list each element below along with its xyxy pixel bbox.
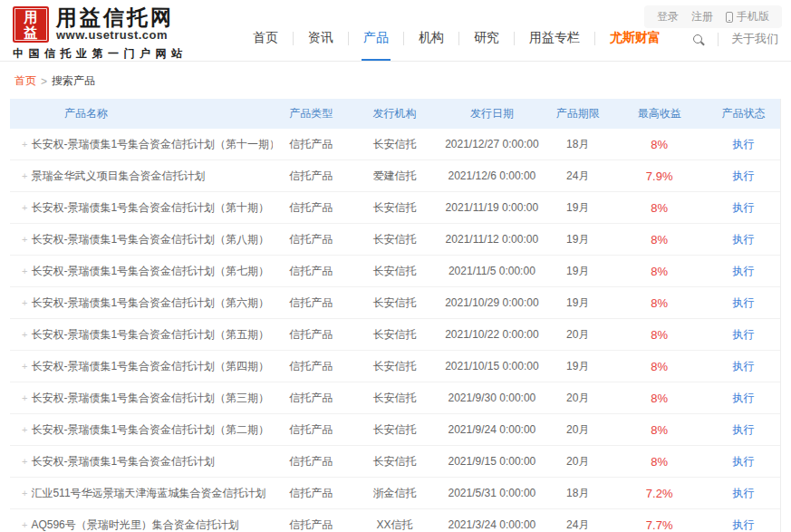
search-icon[interactable]: [690, 19, 706, 61]
max-yield-cell: 8%: [612, 360, 707, 373]
term-cell: 20月: [544, 391, 612, 406]
status-link[interactable]: 执行: [733, 518, 755, 531]
issue-date-cell: 2021/10/15 0:00:00: [439, 360, 544, 372]
bullet-icon: +: [22, 488, 27, 498]
max-yield-cell: 8%: [612, 265, 707, 278]
status-link[interactable]: 执行: [733, 360, 755, 372]
issue-date-cell: 2021/10/29 0:00:00: [439, 296, 544, 309]
product-name-link[interactable]: 长安权-景瑞债集1号集合资金信托计划（第八期）: [31, 232, 269, 247]
bullet-icon: +: [22, 456, 27, 467]
issue-date-cell: 2021/12/27 0:00:00: [439, 138, 544, 150]
table-header-row: 产品名称 产品类型 发行机构 发行日期 产品期限 最高收益 产品状态: [10, 99, 780, 129]
bullet-icon: +: [22, 297, 27, 308]
product-name-link[interactable]: 长安权-景瑞债集1号集合资金信托计划: [31, 454, 215, 469]
product-type-cell: 信托产品: [273, 327, 350, 343]
product-type-cell: 信托产品: [273, 264, 350, 279]
status-cell: 执行: [707, 200, 780, 216]
bullet-icon: +: [22, 170, 27, 181]
max-yield-cell: 8%: [612, 201, 707, 215]
product-name-cell: + 长安权-景瑞债集1号集合资金信托计划（第七期）: [10, 264, 273, 279]
term-cell: 19月: [544, 359, 612, 374]
table-header-cell: 产品类型: [273, 106, 350, 121]
bullet-icon: +: [22, 266, 27, 276]
product-type-cell: 信托产品: [273, 169, 350, 184]
issuer-cell: 长安信托: [350, 232, 440, 247]
issue-date-cell: 2021/5/31 0:00:00: [439, 487, 544, 499]
table-row: + 长安权-景瑞债集1号集合资金信托计划（第六期） 信托产品 长安信托 2021…: [10, 287, 780, 319]
term-cell: 19月: [544, 200, 612, 216]
nav-item[interactable]: 产品: [362, 19, 391, 61]
status-cell: 执行: [707, 264, 780, 279]
status-link[interactable]: 执行: [733, 296, 755, 309]
status-link[interactable]: 执行: [733, 201, 755, 214]
issuer-cell: 长安信托: [350, 391, 440, 406]
nav-item[interactable]: 首页: [251, 19, 280, 61]
term-cell: 18月: [544, 137, 612, 152]
table-header-cell: 产品期限: [544, 106, 612, 121]
table-header-cell: 最高收益: [612, 106, 707, 121]
status-link[interactable]: 执行: [733, 265, 755, 277]
product-type-cell: 信托产品: [273, 295, 350, 311]
term-cell: 19月: [544, 264, 612, 279]
product-name-link[interactable]: 长安权-景瑞债集1号集合资金信托计划（第十期）: [31, 200, 269, 216]
table-row: + 长安权-景瑞债集1号集合资金信托计划（第四期） 信托产品 长安信托 2021…: [10, 351, 780, 382]
table-row: + 长安权-景瑞债集1号集合资金信托计划（第七期） 信托产品 长安信托 2021…: [10, 256, 780, 287]
status-link[interactable]: 执行: [733, 169, 755, 182]
status-link[interactable]: 执行: [733, 455, 755, 468]
status-link[interactable]: 执行: [733, 423, 755, 436]
product-name-cell: + 长安权-景瑞债集1号集合资金信托计划（第十期）: [10, 200, 273, 216]
issuer-cell: 长安信托: [350, 422, 440, 438]
product-type-cell: 信托产品: [273, 454, 350, 469]
product-name-link[interactable]: 景瑞金华武义项目集合资金信托计划: [31, 169, 205, 184]
nav-about-link[interactable]: 关于我们: [729, 19, 780, 61]
product-name-cell: + 长安权-景瑞债集1号集合资金信托计划（第四期）: [10, 359, 273, 374]
nav-item[interactable]: 用益专栏: [527, 19, 582, 61]
table-header-cell: 发行日期: [439, 106, 544, 121]
magnifier-glyph: [693, 34, 702, 44]
issuer-cell: 长安信托: [350, 454, 440, 469]
product-name-link[interactable]: 长安权-景瑞债集1号集合资金信托计划（第二期）: [31, 422, 269, 438]
issue-date-cell: 2021/10/22 0:00:00: [439, 328, 544, 341]
status-link[interactable]: 执行: [733, 487, 755, 499]
product-name-cell: + 长安权-景瑞债集1号集合资金信托计划（第十一期）: [10, 137, 273, 152]
logo-seal-icon: 用 益: [13, 6, 49, 43]
logo[interactable]: 用 益 用益信托网 www.usetrust.com 中国信托业第一门户网站: [13, 6, 188, 62]
bullet-icon: +: [22, 361, 27, 372]
table-header-cell: 产品名称: [10, 106, 273, 121]
nav-item[interactable]: 研究: [472, 19, 501, 61]
site-title: 用益信托网: [56, 6, 174, 28]
status-link[interactable]: 执行: [733, 328, 755, 341]
breadcrumb-home-link[interactable]: 首页: [14, 73, 36, 89]
nav-item[interactable]: 机构: [417, 19, 446, 61]
nav-item[interactable]: 资讯: [306, 19, 335, 61]
product-name-link[interactable]: 长安权-景瑞债集1号集合资金信托计划（第十一期）: [31, 137, 272, 152]
product-name-link[interactable]: 汇业511号华远景瑞天津海蓝城集合资金信托计划: [31, 486, 265, 501]
status-link[interactable]: 执行: [733, 233, 755, 246]
table-row: + AQ596号（景瑞时光里）集合资金信托计划 信托产品 XX信托 2021/3…: [10, 509, 780, 532]
product-name-link[interactable]: 长安权-景瑞债集1号集合资金信托计划（第四期）: [31, 359, 269, 374]
nav-item[interactable]: 尤斯财富: [608, 19, 662, 61]
max-yield-cell: 8%: [612, 455, 707, 469]
product-name-link[interactable]: 长安权-景瑞债集1号集合资金信托计划（第三期）: [31, 391, 269, 406]
product-type-cell: 信托产品: [273, 517, 350, 532]
product-name-link[interactable]: 长安权-景瑞债集1号集合资金信托计划（第六期）: [31, 295, 269, 311]
status-cell: 执行: [707, 517, 780, 532]
product-name-cell: + 长安权-景瑞债集1号集合资金信托计划（第五期）: [10, 327, 273, 343]
table-row: + 汇业511号华远景瑞天津海蓝城集合资金信托计划 信托产品 浙金信托 2021…: [10, 478, 780, 509]
product-name-cell: + 长安权-景瑞债集1号集合资金信托计划（第二期）: [10, 422, 273, 438]
product-name-cell: + 长安权-景瑞债集1号集合资金信托计划（第六期）: [10, 295, 273, 311]
product-name-link[interactable]: AQ596号（景瑞时光里）集合资金信托计划: [31, 517, 238, 532]
bullet-icon: +: [22, 202, 27, 213]
issuer-cell: 浙金信托: [350, 486, 440, 501]
site-header: 用 益 用益信托网 www.usetrust.com 中国信托业第一门户网站 登…: [0, 0, 791, 62]
table-row: + 长安权-景瑞债集1号集合资金信托计划（第十一期） 信托产品 长安信托 202…: [10, 129, 780, 160]
table-row: + 长安权-景瑞债集1号集合资金信托计划（第五期） 信托产品 长安信托 2021…: [10, 319, 780, 351]
max-yield-cell: 8%: [612, 392, 707, 405]
status-link[interactable]: 执行: [733, 138, 755, 150]
product-name-link[interactable]: 长安权-景瑞债集1号集合资金信托计划（第七期）: [31, 264, 269, 279]
product-name-link[interactable]: 长安权-景瑞债集1号集合资金信托计划（第五期）: [31, 327, 269, 343]
status-link[interactable]: 执行: [733, 392, 755, 404]
term-cell: 18月: [544, 486, 612, 501]
product-type-cell: 信托产品: [273, 422, 350, 438]
breadcrumb: 首页 > 搜索产品: [0, 62, 791, 99]
